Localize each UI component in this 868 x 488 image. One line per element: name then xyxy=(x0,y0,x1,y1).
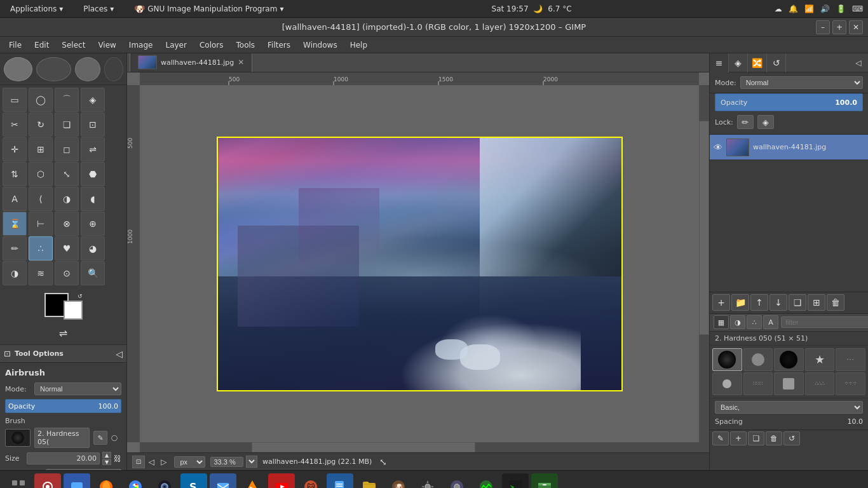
new-layer-group-button[interactable]: 📁 xyxy=(731,294,749,311)
canvas-expand-button[interactable]: ⤡ xyxy=(379,457,387,467)
tool-measure[interactable]: ⊢ xyxy=(29,212,53,236)
lower-layer-button[interactable]: ↓ xyxy=(770,294,787,311)
delete-layer-button[interactable]: 🗑 xyxy=(827,294,844,311)
tool-dodge[interactable]: ◕ xyxy=(81,236,105,261)
taskbar-settings1[interactable] xyxy=(414,473,441,489)
tool-by-color[interactable]: ◈ xyxy=(81,88,105,112)
duplicate-layer-button[interactable]: ❏ xyxy=(789,294,806,311)
tool-flip[interactable]: ⇅ xyxy=(3,162,27,186)
tool-misc3[interactable]: ⊕ xyxy=(81,212,105,236)
menu-image[interactable]: Image xyxy=(123,39,159,51)
taskbar-chrome[interactable] xyxy=(122,473,149,489)
swap-colors-icon[interactable]: ⇌ xyxy=(59,327,67,339)
tool-ellipse-select[interactable]: ◯ xyxy=(29,88,53,112)
brush-cell-5[interactable]: ··· xyxy=(836,348,865,371)
canvas-fit-button[interactable]: ⊡ xyxy=(132,456,145,468)
places-menu[interactable]: Places ▾ xyxy=(78,3,119,15)
tool-align[interactable]: ⊞ xyxy=(29,137,53,161)
taskbar-skype[interactable]: S xyxy=(180,473,207,489)
size-down-arrow[interactable]: ▼ xyxy=(102,459,111,465)
menu-edit[interactable]: Edit xyxy=(28,39,55,51)
tool-paint-bucket[interactable]: ◖ xyxy=(81,187,105,211)
gimp-taskbar-item[interactable]: 🐶 GNU Image Manipulation Program ▾ xyxy=(129,3,288,15)
color-selector[interactable]: ↺ xyxy=(44,293,83,325)
brushes-tab-fonts[interactable]: A xyxy=(763,315,778,329)
brush-type-select[interactable]: Basic, Dynamics Texture xyxy=(715,401,863,414)
taskbar-steam[interactable] xyxy=(151,473,178,489)
tool-free-select[interactable]: ⌒ xyxy=(55,88,79,112)
tab-close-button[interactable]: ✕ xyxy=(238,58,244,67)
zoom-dropdown[interactable] xyxy=(246,456,257,468)
unit-selector[interactable]: px % mm xyxy=(174,456,205,468)
canvas-tab-main[interactable]: wallhaven-44181.jpg ✕ xyxy=(130,53,252,72)
tool-mode-select[interactable]: Normal Dissolve Multiply xyxy=(34,383,121,395)
tool-desaturate[interactable]: ◑ xyxy=(3,261,27,285)
lock-alpha-button[interactable]: ◈ xyxy=(757,115,774,129)
menu-view[interactable]: View xyxy=(92,39,122,51)
tool-shear[interactable]: ⬡ xyxy=(29,162,53,186)
lock-pixels-button[interactable]: ✏ xyxy=(737,115,754,129)
layer-opacity-bar[interactable]: Opacity 100.0 xyxy=(715,93,863,111)
brushes-tab-patterns[interactable]: ▦ xyxy=(714,315,729,329)
horizontal-scrollbar-thumb[interactable] xyxy=(252,442,475,452)
minimize-button[interactable]: – xyxy=(816,20,830,34)
brush-cell-4[interactable]: ★ xyxy=(805,348,835,371)
right-panel-collapse[interactable]: ◁ xyxy=(851,56,865,70)
vertical-scrollbar[interactable] xyxy=(699,85,709,442)
size-link-button[interactable]: ⛓ xyxy=(114,454,121,463)
tool-airbrush[interactable]: ∴ xyxy=(29,236,53,261)
tool-options-close[interactable]: ◁ xyxy=(116,349,123,359)
background-color[interactable] xyxy=(64,301,83,320)
zoom-input[interactable] xyxy=(210,457,243,467)
brush-link-icon[interactable]: ◯ xyxy=(111,435,121,441)
raise-layer-button[interactable]: ↑ xyxy=(750,294,768,311)
brushes-tab-brushes[interactable]: ∴ xyxy=(747,315,762,329)
close-button[interactable]: ✕ xyxy=(849,20,863,34)
tool-rect-select[interactable]: ▭ xyxy=(3,88,27,112)
vertical-scrollbar-thumb[interactable] xyxy=(699,121,709,335)
brush-cell-8[interactable] xyxy=(774,372,804,395)
canvas-scroll-right[interactable]: ▷ xyxy=(158,456,169,468)
brush-cell-10[interactable]: ⁘⁘⁘ xyxy=(836,372,865,395)
brushes-filter-input[interactable] xyxy=(781,316,868,328)
taskbar-apps-grid[interactable] xyxy=(5,473,32,489)
tool-path[interactable]: ⟨ xyxy=(29,187,53,211)
tool-pencil[interactable]: ✏ xyxy=(3,236,27,261)
taskbar-youtube[interactable] xyxy=(268,473,295,489)
layer-visibility-toggle[interactable]: 👁 xyxy=(714,142,722,152)
undo-tab-icon[interactable]: ↺ xyxy=(767,53,786,72)
brush-cell-9[interactable]: ∴∴∴ xyxy=(805,372,835,395)
menu-file[interactable]: File xyxy=(3,39,28,51)
tool-ink[interactable]: ♥ xyxy=(55,236,79,261)
brushes-tab-gradients[interactable]: ◑ xyxy=(730,315,745,329)
tool-transform[interactable]: ↻ xyxy=(29,112,53,137)
brush-edit-button[interactable]: ✎ xyxy=(93,431,107,445)
tool-color-picker[interactable]: ⌛ xyxy=(3,212,27,236)
canvas-scroll-left[interactable]: ◁ xyxy=(146,456,157,468)
taskbar-terminal[interactable]: >_ xyxy=(502,473,529,489)
tool-heal[interactable]: ⊙ xyxy=(55,261,79,285)
opacity-slider[interactable]: Opacity 100.0 xyxy=(5,399,121,413)
menu-filters[interactable]: Filters xyxy=(261,39,297,51)
tool-text[interactable]: A xyxy=(3,187,27,211)
tool-scale[interactable]: ⤡ xyxy=(55,162,79,186)
aspect-value[interactable]: 0.00 xyxy=(46,469,121,470)
tool-eraser[interactable]: ◻ xyxy=(55,137,79,161)
horizontal-scrollbar[interactable] xyxy=(140,442,699,452)
taskbar-screenshot[interactable] xyxy=(34,473,61,489)
brush-cell-6[interactable] xyxy=(712,372,742,395)
layers-tab-icon[interactable]: ≡ xyxy=(710,53,729,72)
canvas-scroll-area[interactable]: 500 1000 1500 2000 500 1000 xyxy=(127,72,709,452)
tool-perspective[interactable]: ⬣ xyxy=(81,162,105,186)
menu-select[interactable]: Select xyxy=(55,39,92,51)
maximize-button[interactable]: + xyxy=(832,20,846,34)
paths-tab-icon[interactable]: 🔀 xyxy=(748,53,767,72)
tool-smudge[interactable]: ≋ xyxy=(29,261,53,285)
taskbar-gimp[interactable]: 🐶 xyxy=(385,473,412,489)
brush-duplicate-btn[interactable]: ❏ xyxy=(748,431,764,445)
merge-visible-button[interactable]: ⊞ xyxy=(808,294,825,311)
menu-help[interactable]: Help xyxy=(344,39,374,51)
brush-delete-btn[interactable]: 🗑 xyxy=(766,431,782,445)
taskbar-libreoffice[interactable] xyxy=(327,473,353,489)
applications-menu[interactable]: Applications ▾ xyxy=(5,3,68,15)
